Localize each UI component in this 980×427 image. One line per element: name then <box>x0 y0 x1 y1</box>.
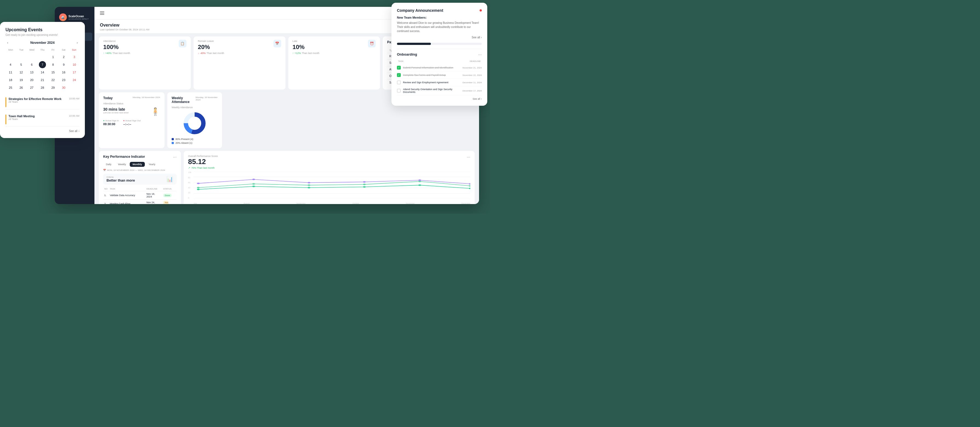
cal-day-1[interactable]: 1 <box>49 53 57 61</box>
event-team-1: All Team <box>8 100 67 103</box>
cal-day-28[interactable]: 28 <box>39 84 46 91</box>
cal-day-11[interactable]: 11 <box>7 69 14 76</box>
cal-day-9[interactable]: 9 <box>60 61 67 68</box>
cal-day-23[interactable]: 23 <box>60 76 67 84</box>
late-stat-icon: ⏰ <box>368 40 375 48</box>
cal-day-8[interactable]: 8 <box>49 61 57 68</box>
kpi-date-range: 📅 MON, 18 NOVEMBER 2024 — WED, 18 DECEMB… <box>103 169 177 172</box>
cal-day-7-today[interactable]: 7 <box>39 61 46 68</box>
kpi-col-task: TASK <box>109 187 145 191</box>
stat-change-late: ↑ +12% Than last month <box>293 52 320 54</box>
svg-point-19 <box>197 183 200 184</box>
cal-day-29[interactable]: 29 <box>49 84 57 91</box>
stat-label-late: Late <box>293 40 320 43</box>
cal-day-30[interactable]: 30 <box>60 84 67 91</box>
onboarding-list: ✓ Submit Personal Information and Identi… <box>397 64 482 95</box>
announcement-header: Company Announcement <box>397 8 482 13</box>
cal-day-21[interactable]: 21 <box>39 76 46 84</box>
hamburger-menu[interactable] <box>100 11 104 15</box>
announcement-card: Company Announcement New Team Members: W… <box>391 3 487 106</box>
day-fri: Fri <box>48 48 58 52</box>
svg-point-16 <box>363 184 366 185</box>
task-checkbox[interactable] <box>397 81 401 84</box>
attendance-status-label: Attendance Status <box>103 102 160 105</box>
list-item: Review and Sign Employment Agreement Dec… <box>397 79 482 86</box>
kpi-task-deadline: Nov 24, 2024 <box>145 200 162 204</box>
svg-point-26 <box>252 186 255 187</box>
cal-day-18[interactable]: 18 <box>7 76 14 84</box>
cal-day-22[interactable]: 22 <box>49 76 57 84</box>
notification-dot <box>480 9 482 11</box>
stat-content-attendance: Attendance 100% ↑ +40% Than last month <box>103 40 130 54</box>
performance-card: Overall Performance Score 85.12 ↗ 70% Th… <box>184 151 475 204</box>
table-row: 2. Monitor Cash Flow Nov 24, 2024 Not Do… <box>103 200 177 204</box>
calendar-next-btn[interactable]: › <box>75 40 80 45</box>
kpi-task-name: Monitor Cash Flow <box>109 200 145 204</box>
task-checkbox[interactable] <box>397 89 401 92</box>
onboarding-see-all[interactable]: See all › <box>397 97 482 100</box>
cal-day-6[interactable]: 6 <box>28 61 35 68</box>
announcement-subtitle: New Team Members: <box>397 16 482 19</box>
cal-day-26[interactable]: 26 <box>18 84 25 91</box>
arrow-down-icon: ↓ <box>198 52 199 54</box>
day-tue: Tue <box>16 48 27 52</box>
list-item: ✓ Submit Personal Information and Identi… <box>397 64 482 72</box>
cal-day-17[interactable]: 17 <box>71 69 78 76</box>
task-checkbox[interactable]: ✓ <box>397 66 401 70</box>
cal-day-2[interactable]: 2 <box>60 53 67 61</box>
donut-legend: 80% Present (4) 20% Absent (1) <box>172 138 218 144</box>
kpi-tab-weekly[interactable]: Weekly <box>115 162 129 167</box>
cal-day-20[interactable]: 20 <box>28 76 35 84</box>
cal-day-12[interactable]: 12 <box>18 69 25 76</box>
kpi-task-status: Done <box>162 191 177 200</box>
calendar-prev-btn[interactable]: ‹ <box>5 40 10 45</box>
stat-label-attendance: Attendance <box>103 40 130 43</box>
criteria-label: Criteria <box>107 176 135 178</box>
list-item: Attend Security Orientation and Sign Sec… <box>397 86 482 95</box>
kpi-tab-daily[interactable]: Daily <box>103 162 114 167</box>
day-thu: Thu <box>37 48 48 52</box>
event-bar-1 <box>5 97 6 107</box>
kpi-tab-yearly[interactable]: Yearly <box>146 162 158 167</box>
perf-change-text: 70% Than last month <box>191 167 215 169</box>
cal-day-14[interactable]: 14 <box>39 69 46 76</box>
cal-day-25[interactable]: 25 <box>7 84 14 91</box>
kpi-more-btn[interactable]: ··· <box>173 155 177 160</box>
absent-label: 20% Absent (1) <box>175 142 192 144</box>
cal-day-10[interactable]: 10 <box>71 61 78 68</box>
kpi-col-deadline: DEADLINE <box>145 187 162 191</box>
calendar-icon: 📅 <box>103 169 106 172</box>
onboarding-more-btn[interactable]: ··· <box>478 52 482 57</box>
cal-day-3[interactable]: 3 <box>71 53 78 61</box>
cal-day-5[interactable]: 5 <box>18 61 25 68</box>
kpi-criteria-icon: 📊 <box>166 176 173 182</box>
task-checkbox[interactable]: ✓ <box>397 73 401 77</box>
cal-day-27[interactable]: 27 <box>28 84 35 91</box>
stat-change-text-leave: Than last month <box>207 52 224 54</box>
stat-change-text-attendance: Than last month <box>113 52 130 54</box>
events-see-all[interactable]: See all › <box>5 129 80 132</box>
perf-more-btn[interactable]: ··· <box>467 155 470 160</box>
bottom-row: Key Performance Indicator ··· Daily Week… <box>99 151 475 204</box>
today-card: Today Monday, 18 November 2024 Attendanc… <box>99 92 164 148</box>
cal-day-24[interactable]: 24 <box>71 76 78 84</box>
onboarding-task-text: Complete Tax Forms and Payroll Setup <box>403 74 460 76</box>
cal-day-15[interactable]: 15 <box>49 69 57 76</box>
events-see-all-btn[interactable]: See all › <box>69 129 80 132</box>
onboarding-task-text: Review and Sign Employment Agreement <box>403 81 460 84</box>
legend-absent: 20% Absent (1) <box>172 142 218 144</box>
svg-point-13 <box>197 187 200 188</box>
weekly-attendance-card: Weekly Attendance Monday, 18 November 20… <box>167 92 222 148</box>
onboarding-task-text: Attend Security Orientation and Sign Sec… <box>403 88 460 93</box>
list-item: ✓ Complete Tax Forms and Payroll Setup N… <box>397 72 482 79</box>
kpi-tab-monthly[interactable]: Monthly <box>130 162 145 167</box>
cal-day-16[interactable]: 16 <box>60 69 67 76</box>
sign-times: ● Actual Sign In 09:30:00 ● Actual Sign … <box>103 119 160 126</box>
event-bar-2 <box>5 115 6 124</box>
announcement-see-all[interactable]: See all › <box>397 36 482 39</box>
cal-day-19[interactable]: 19 <box>18 76 25 84</box>
cal-day-4[interactable]: 4 <box>7 61 14 68</box>
cal-day-13[interactable]: 13 <box>28 69 35 76</box>
logo-icon: 🌊 <box>59 13 67 21</box>
svg-point-21 <box>308 182 310 183</box>
